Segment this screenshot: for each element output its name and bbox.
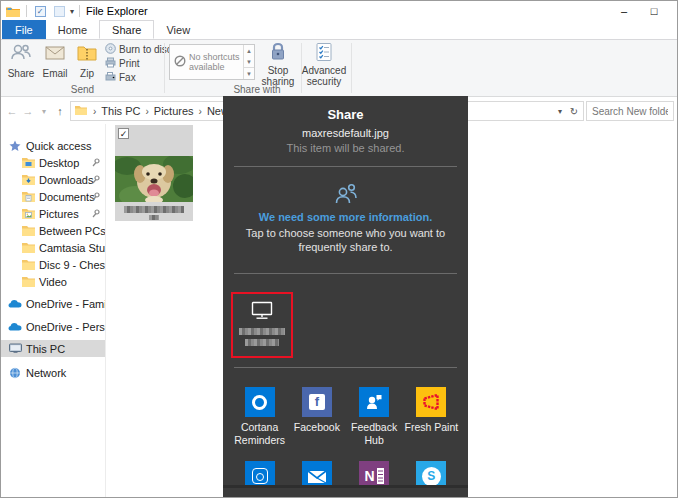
share-apps-row-2-clipped: N S [223,461,468,485]
documents-folder-icon [21,190,35,204]
fresh-paint-icon [416,387,446,417]
selection-checkbox[interactable]: ✓ [118,128,129,139]
onedrive-cloud-icon [8,320,22,334]
pictures-folder-icon [21,207,35,221]
zip-button[interactable]: Zip [71,42,103,84]
mail-icon [302,461,332,485]
breadcrumb-this-pc[interactable]: This PC [99,105,142,117]
tab-home[interactable]: Home [46,20,99,39]
app-instagram[interactable] [231,461,288,485]
app-fresh-paint[interactable]: Fresh Paint [403,387,460,447]
maximize-button[interactable]: □ [639,1,669,21]
share-panel-title: Share [223,107,468,122]
panel-bottom-divider [223,485,468,488]
advanced-security-button[interactable]: Advanced security [305,42,343,90]
sidebar-item-pictures[interactable]: Pictures [1,205,105,222]
gallery-more-icon[interactable]: ▼ [244,67,254,79]
disc-icon [105,43,116,56]
stop-sharing-button[interactable]: Stop sharing [259,42,297,90]
info-text: Tap to choose someone who you want to fr… [235,226,456,254]
sidebar-item-camtasia-studio[interactable]: Camtasia Studio [1,239,105,256]
nearby-device-tile[interactable] [231,292,293,358]
app-feedback-hub[interactable]: Feedback Hub [346,387,403,447]
divider [79,5,80,17]
burn-to-disc-button[interactable]: Burn to disc [105,43,172,56]
panel-divider [234,367,457,368]
breadcrumb-chevron: › [196,106,205,117]
forward-button[interactable]: → [20,102,36,120]
print-button[interactable]: Print [105,57,140,70]
fax-button[interactable]: Fax [105,71,136,84]
title-bar: ✓ ▾ File Explorer – □ [1,1,677,21]
printer-icon [105,57,116,70]
zip-folder-icon [76,42,98,66]
share-with-group-label: Share with [164,84,350,95]
file-name-redacted [124,206,184,213]
sidebar-item-quick-access[interactable]: Quick access [1,137,105,154]
ribbon-group-share-with: No shortcuts available ▲ ▼ ▼ Stop sharin… [164,40,350,96]
feedback-hub-icon [359,387,389,417]
share-subtitle: This item will be shared. [223,142,468,154]
sidebar-item-desktop[interactable]: Desktop [1,154,105,171]
network-globe-icon [8,366,22,380]
onedrive-cloud-icon [8,297,22,311]
sidebar-item-onedrive-family[interactable]: OneDrive - Family [1,295,105,312]
customize-qat-chevron-icon[interactable]: ▾ [70,7,74,16]
navigation-pane: Quick access Desktop Downloads Documents… [1,124,106,497]
breadcrumb-pictures[interactable]: Pictures [152,105,196,117]
minimize-button[interactable]: – [609,1,639,21]
folder-icon [21,224,35,238]
tab-share[interactable]: Share [99,20,154,39]
explorer-folder-icon [5,3,21,19]
app-skype[interactable]: S [403,461,460,485]
share-button[interactable]: Share [5,42,37,84]
gallery-scrollbar: ▲ ▼ ▼ [243,45,254,79]
app-onenote[interactable]: N [346,461,403,485]
share-with-gallery[interactable]: No shortcuts available ▲ ▼ ▼ [169,44,255,80]
panel-divider [234,273,457,274]
sidebar-item-downloads[interactable]: Downloads [1,171,105,188]
file-explorer-window: ✓ ▾ File Explorer – □ File Home Share Vi… [0,0,678,498]
sidebar-item-onedrive-personal[interactable]: OneDrive - Personal [1,318,105,335]
gallery-scroll-up-icon[interactable]: ▲ [244,45,254,56]
share-apps-row-2: N S [223,461,468,485]
share-flyout: Share maxresdefault.jpg This item will b… [223,96,468,498]
sidebar-item-video[interactable]: Video [1,273,105,290]
tab-file[interactable]: File [2,20,46,39]
app-cortana-reminders[interactable]: Cortana Reminders [231,387,288,447]
share-people-icon [10,42,32,66]
email-button[interactable]: Email [39,42,71,84]
sidebar-item-disc-9[interactable]: Disc 9 - Chest & Sh [1,256,105,273]
no-shortcuts-icon [174,55,186,69]
sidebar-item-between-pcs[interactable]: Between PCs [1,222,105,239]
window-controls: – □ [609,1,669,21]
file-ext-redacted [149,215,159,220]
app-mail[interactable] [288,461,345,485]
ribbon-tabs: File Home Share View [1,21,677,40]
gallery-scroll-down-icon[interactable]: ▼ [244,56,254,67]
sidebar-item-network[interactable]: Network [1,364,105,381]
refresh-icon[interactable]: ↻ [567,106,581,117]
new-folder-button[interactable] [51,3,67,19]
people-group-icon [223,182,468,206]
address-box-controls: ▾ ↻ [553,102,581,120]
pin-icon [92,174,100,186]
ribbon-group-divider [351,43,352,93]
sidebar-item-this-pc[interactable]: This PC [1,340,105,357]
desktop-folder-icon [21,156,35,170]
properties-button[interactable]: ✓ [32,3,48,19]
app-facebook[interactable]: f Facebook [288,387,345,447]
back-button[interactable]: ← [4,102,20,120]
up-button[interactable]: ↑ [52,102,68,120]
pin-icon [92,191,100,203]
search-input[interactable] [586,101,674,121]
address-dropdown-chevron-icon[interactable]: ▾ [553,107,567,116]
recent-locations-chevron-icon[interactable]: ▾ [36,102,52,120]
sidebar-item-documents[interactable]: Documents [1,188,105,205]
file-item-maxresdefault[interactable]: ✓ [115,125,193,221]
tab-view[interactable]: View [154,20,202,39]
send-group-label: Send [1,84,164,95]
lock-icon [269,42,287,64]
share-apps-row-1: Cortana Reminders f Facebook Feedback Hu… [223,387,468,447]
quick-access-toolbar: ✓ ▾ [5,3,82,19]
